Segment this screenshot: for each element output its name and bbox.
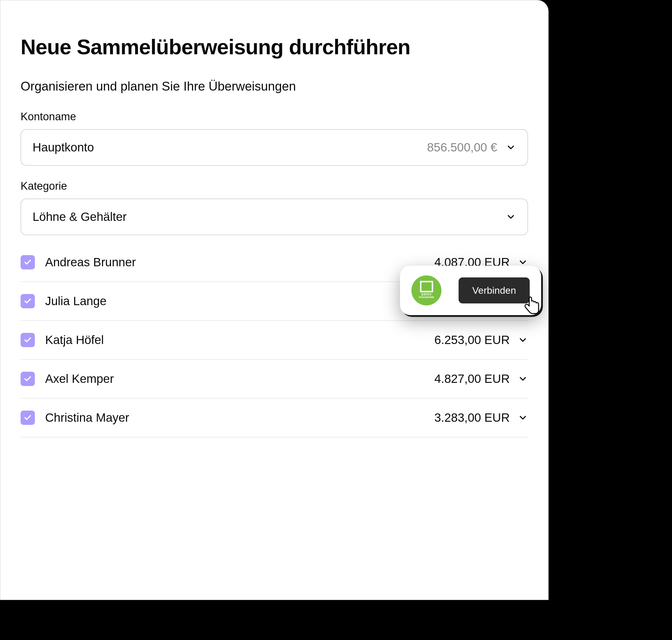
page-title: Neue Sammelüberweisung durchführen: [20, 35, 528, 59]
payee-checkbox[interactable]: [20, 410, 35, 425]
payee-checkbox[interactable]: [20, 294, 35, 308]
category-value: Löhne & Gehälter: [32, 210, 127, 224]
payee-name: Axel Kemper: [45, 372, 434, 386]
check-icon: [24, 414, 32, 422]
chevron-down-icon[interactable]: [518, 335, 528, 345]
check-icon: [24, 258, 32, 266]
chevron-down-icon[interactable]: [518, 374, 528, 384]
page-subtitle: Organisieren und planen Sie Ihre Überwei…: [20, 79, 528, 93]
payee-amount: 4.827,00 EUR: [434, 372, 510, 386]
datev-connect-card: DATEV Schnittstelle Verbinden: [400, 266, 541, 315]
chevron-down-icon: [506, 142, 516, 152]
connect-button[interactable]: Verbinden: [458, 277, 530, 303]
account-name: Hauptkonto: [32, 141, 94, 154]
account-label: Kontoname: [20, 111, 528, 123]
payee-name: Christina Mayer: [45, 411, 434, 425]
payee-name: Andreas Brunner: [45, 256, 434, 269]
payee-checkbox[interactable]: [20, 372, 35, 386]
datev-logo-icon: DATEV Schnittstelle: [411, 275, 441, 305]
check-icon: [24, 297, 32, 305]
payee-checkbox[interactable]: [20, 333, 35, 347]
category-label: Kategorie: [20, 180, 528, 192]
payee-name: Katja Höfel: [45, 333, 434, 347]
check-icon: [24, 375, 32, 383]
payee-name: Julia Lange: [45, 294, 434, 308]
payee-amount: 6.253,00 EUR: [434, 333, 510, 347]
payee-checkbox[interactable]: [20, 255, 35, 270]
payee-amount: 3.283,00 EUR: [434, 411, 510, 425]
chevron-down-icon: [506, 212, 516, 222]
account-balance: 856.500,00 €: [427, 141, 497, 154]
check-icon: [24, 336, 32, 344]
category-select[interactable]: Löhne & Gehälter: [20, 199, 528, 235]
list-item[interactable]: Axel Kemper 4.827,00 EUR: [20, 360, 528, 398]
account-select[interactable]: Hauptkonto 856.500,00 €: [20, 129, 528, 166]
list-item[interactable]: Katja Höfel 6.253,00 EUR: [20, 321, 528, 360]
chevron-down-icon[interactable]: [518, 412, 528, 423]
cursor-pointer-icon: [522, 295, 542, 316]
list-item[interactable]: Christina Mayer 3.283,00 EUR: [20, 398, 528, 437]
